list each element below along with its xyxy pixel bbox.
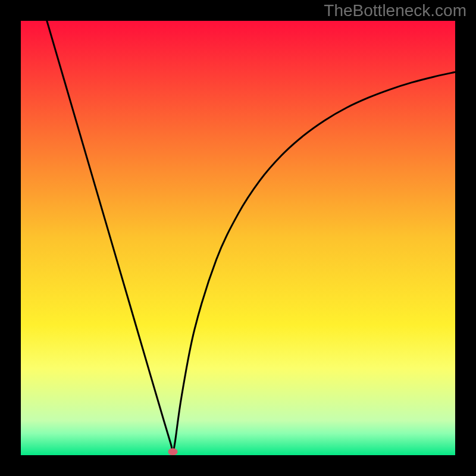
chart-container: TheBottleneck.com: [0, 0, 476, 476]
plot-area: [21, 21, 455, 455]
chart-svg: [21, 21, 455, 455]
watermark-text: TheBottleneck.com: [324, 1, 466, 20]
gradient-background: [21, 21, 455, 455]
marker-dot: [168, 448, 178, 455]
